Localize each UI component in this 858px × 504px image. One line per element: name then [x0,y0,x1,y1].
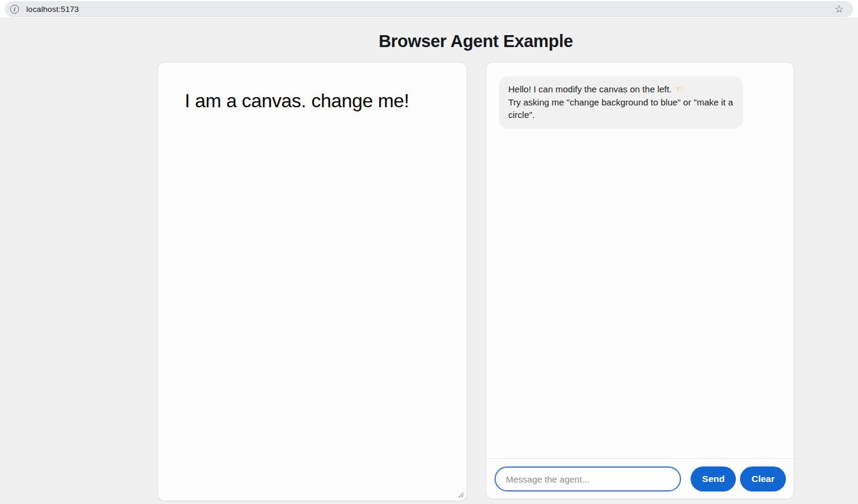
agent-message-line1: Hello! I can modify the canvas on the le… [508,84,672,94]
agent-message-bubble: Hello! I can modify the canvas on the le… [499,76,743,129]
send-button[interactable]: Send [691,466,736,491]
resize-handle-icon[interactable] [457,491,464,498]
browser-topbar: i localhost:5173 ☆ [0,0,858,18]
chat-messages: Hello! I can modify the canvas on the le… [486,63,794,458]
url-bar[interactable]: i localhost:5173 ☆ [5,1,853,17]
info-icon[interactable]: i [10,5,19,14]
message-input[interactable] [495,466,681,491]
composer-bar: Send Clear [486,458,794,499]
canvas-text: I am a canvas. change me! [185,90,409,112]
pointing-left-emoji: ☜ [674,84,683,94]
url-text: localhost:5173 [26,5,79,14]
bookmark-star-icon[interactable]: ☆ [835,4,844,14]
agent-message-line2: Try asking me "change background to blue… [508,97,733,120]
clear-button[interactable]: Clear [740,466,786,491]
page-title: Browser Agent Example [157,32,794,51]
canvas-panel[interactable]: I am a canvas. change me! [157,62,467,501]
chat-panel: Hello! I can modify the canvas on the le… [486,62,794,499]
